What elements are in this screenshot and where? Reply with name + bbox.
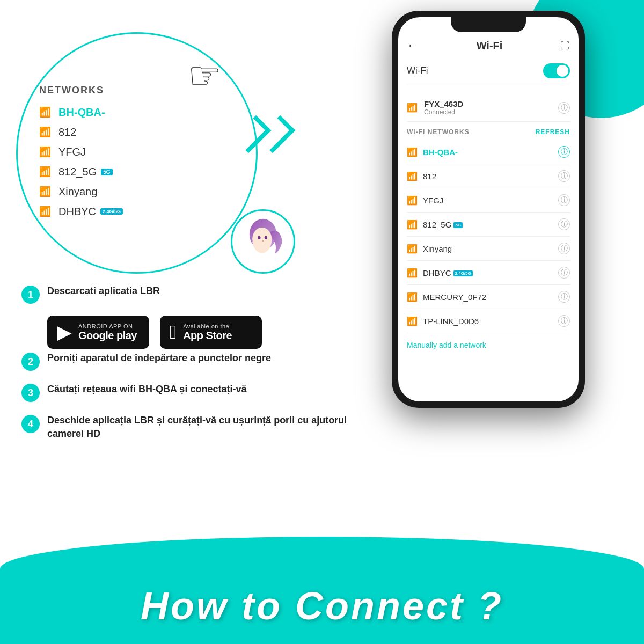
network-name-dhbyc: DHBYC <box>58 206 96 218</box>
wifi-item-tplink-left: 📶 TP-LINK_D0D6 <box>407 316 479 326</box>
wifi-item-bhqba[interactable]: 📶 BH-QBA- ⓘ <box>407 140 570 164</box>
how-to-connect-text: How to Connect ? <box>0 584 644 628</box>
wifi-icon-xinyang: 📶 <box>39 186 51 197</box>
hand-cursor-icon: ☞ <box>188 54 222 98</box>
step-3: 3 Căutați rețeaua wifi BH-QBA și conecta… <box>21 383 349 402</box>
connected-info: FYX_463D Connected <box>424 99 463 116</box>
arrow-chevrons <box>241 118 287 150</box>
wifi-item-bhqba-left: 📶 BH-QBA- <box>407 147 458 157</box>
wifi-info-yfgj[interactable]: ⓘ <box>558 194 570 206</box>
wifi-name-812-5g: 812_5G5G <box>423 220 463 229</box>
wifi-icon-dhbyc: 📶 <box>39 206 51 217</box>
step-3-text: Căutați rețeaua wifi BH-QBA și conectați… <box>47 383 246 396</box>
connected-name: FYX_463D <box>424 99 463 108</box>
wifi-info-xinyang[interactable]: ⓘ <box>558 243 570 254</box>
step-2: 2 Porniți aparatul de îndepărtare a punc… <box>21 352 349 371</box>
wifi-name-dhbyc: DHBYC2.4G/5G <box>423 268 473 277</box>
wifi-item-tplink[interactable]: 📶 TP-LINK_D0D6 ⓘ <box>407 309 570 333</box>
badge-5g-phone: 5G <box>453 222 463 228</box>
refresh-button[interactable]: REFRESH <box>536 128 570 136</box>
brand-logo-svg <box>239 217 287 266</box>
step-1-number: 1 <box>21 286 40 304</box>
wifi-info-dhbyc[interactable]: ⓘ <box>558 267 570 279</box>
google-play-main-text: Google play <box>78 330 137 342</box>
wifi-icon-mercury: 📶 <box>407 292 418 302</box>
google-play-icon: ▶ <box>57 321 72 343</box>
network-diagram: NETWORKS 📶 BH-QBA- 📶 812 📶 YFGJ 📶 812_5G <box>16 21 327 279</box>
wifi-name-tplink: TP-LINK_D0D6 <box>423 317 479 326</box>
step-4-number: 4 <box>21 415 40 433</box>
app-store-text: Available on the App Store <box>183 323 232 342</box>
badge-5g: 5G <box>101 169 112 175</box>
store-buttons: ▶ ANDROID APP ON Google play  Available… <box>47 316 349 349</box>
brand-logo-circle <box>231 209 295 274</box>
phone-outer: ← Wi-Fi ⛶ Wi-Fi 📶 <box>392 11 585 408</box>
wifi-title: Wi-Fi <box>477 40 503 52</box>
manually-add-network[interactable]: Manually add a network <box>407 333 570 349</box>
step-2-text: Porniți aparatul de îndepărtare a puncte… <box>47 352 271 365</box>
wifi-item-812[interactable]: 📶 812 ⓘ <box>407 164 570 188</box>
wifi-name-bhqba: BH-QBA- <box>423 148 458 157</box>
step-4: 4 Deschide aplicația LBR și curățați-vă … <box>21 414 349 441</box>
network-item-dhbyc: 📶 DHBYC 2.4G/5G <box>39 206 245 218</box>
wifi-item-812-left: 📶 812 <box>407 171 436 181</box>
wifi-toggle-label: Wi-Fi <box>407 65 428 76</box>
wifi-name-812: 812 <box>423 172 436 181</box>
wifi-icon-812: 📶 <box>407 171 418 181</box>
network-item-812-5g: 📶 812_5G 5G <box>39 166 245 178</box>
phone-mockup: ← Wi-Fi ⛶ Wi-Fi 📶 <box>392 11 585 408</box>
steps-section: 1 Descarcati aplicatia LBR ▶ ANDROID APP… <box>16 284 349 452</box>
google-play-top-text: ANDROID APP ON <box>78 323 137 330</box>
wifi-header: ← Wi-Fi ⛶ <box>407 36 570 53</box>
app-store-button[interactable]:  Available on the App Store <box>160 316 262 349</box>
wifi-icon-yfgj: 📶 <box>39 146 51 158</box>
connected-wifi-icon: 📶 <box>407 103 418 113</box>
wifi-item-xinyang[interactable]: 📶 Xinyang ⓘ <box>407 237 570 261</box>
badge-2g5g: 2.4G/5G <box>100 208 123 215</box>
step-4-text: Deschide aplicația LBR și curățați-vă cu… <box>47 414 349 441</box>
wifi-item-mercury[interactable]: 📶 MERCURY_0F72 ⓘ <box>407 285 570 309</box>
wifi-toggle-row: Wi-Fi <box>407 63 570 85</box>
wifi-info-bhqba[interactable]: ⓘ <box>558 146 570 158</box>
wifi-icon-yfgj: 📶 <box>407 195 418 206</box>
wifi-icon-dhbyc: 📶 <box>407 268 418 278</box>
badge-2g5g-phone: 2.4G/5G <box>453 270 473 276</box>
wifi-name-xinyang: Xinyang <box>423 244 452 253</box>
network-name-selected: BH-QBA- <box>58 106 105 119</box>
wifi-info-mercury[interactable]: ⓘ <box>558 291 570 303</box>
fullscreen-icon: ⛶ <box>560 40 570 52</box>
network-item-812: 📶 812 <box>39 126 245 138</box>
app-store-main-text: App Store <box>183 330 232 342</box>
google-play-button[interactable]: ▶ ANDROID APP ON Google play <box>47 316 149 349</box>
wifi-item-yfgj-left: 📶 YFGJ <box>407 195 443 206</box>
wifi-icon-812-5g: 📶 <box>39 166 51 178</box>
wifi-item-mercury-left: 📶 MERCURY_0F72 <box>407 292 486 302</box>
network-name-812: 812 <box>58 126 76 138</box>
step-3-number: 3 <box>21 384 40 402</box>
connected-info-icon[interactable]: ⓘ <box>558 102 570 114</box>
network-name-812-5g: 812_5G <box>58 166 97 178</box>
wifi-info-812-5g[interactable]: ⓘ <box>558 218 570 230</box>
wifi-icon-xinyang: 📶 <box>407 244 418 254</box>
network-name-xinyang: Xinyang <box>58 186 97 198</box>
wifi-toggle[interactable] <box>543 63 570 78</box>
wifi-name-mercury: MERCURY_0F72 <box>423 292 486 302</box>
wifi-item-812-5g[interactable]: 📶 812_5G5G ⓘ <box>407 213 570 237</box>
wifi-item-812-5g-left: 📶 812_5G5G <box>407 219 463 230</box>
wifi-icon-812: 📶 <box>39 126 51 138</box>
phone-notch <box>451 17 526 32</box>
wifi-item-dhbyc[interactable]: 📶 DHBYC2.4G/5G ⓘ <box>407 261 570 285</box>
wifi-icon-tplink: 📶 <box>407 316 418 326</box>
step-1: 1 Descarcati aplicatia LBR <box>21 284 349 304</box>
wifi-info-812[interactable]: ⓘ <box>558 170 570 182</box>
connected-left: 📶 FYX_463D Connected <box>407 99 463 116</box>
back-icon[interactable]: ← <box>407 39 419 53</box>
wifi-icon-selected: 📶 <box>39 106 51 118</box>
chevron-2 <box>258 115 296 153</box>
left-column: NETWORKS 📶 BH-QBA- 📶 812 📶 YFGJ 📶 812_5G <box>16 16 349 644</box>
network-item-selected: 📶 BH-QBA- <box>39 106 245 119</box>
phone-screen-container: ← Wi-Fi ⛶ Wi-Fi 📶 <box>398 17 579 401</box>
wifi-item-yfgj[interactable]: 📶 YFGJ ⓘ <box>407 188 570 213</box>
app-store-top-text: Available on the <box>183 323 232 330</box>
wifi-info-tplink[interactable]: ⓘ <box>558 315 570 327</box>
